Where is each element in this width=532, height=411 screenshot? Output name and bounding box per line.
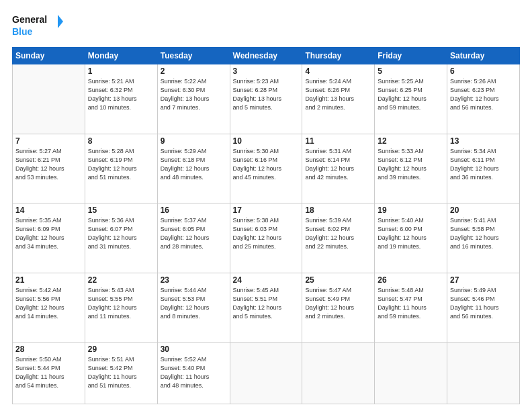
calendar-cell: 26Sunrise: 5:48 AMSunset: 5:47 PMDayligh… — [375, 273, 447, 342]
calendar-cell: 21Sunrise: 5:42 AMSunset: 5:56 PMDayligh… — [13, 273, 85, 342]
day-info: Sunrise: 5:39 AMSunset: 6:02 PMDaylight:… — [305, 216, 371, 251]
day-number: 4 — [305, 66, 371, 76]
day-info: Sunrise: 5:45 AMSunset: 5:51 PMDaylight:… — [233, 286, 300, 321]
day-number: 29 — [88, 345, 154, 354]
day-info: Sunrise: 5:37 AMSunset: 6:05 PMDaylight:… — [161, 216, 227, 251]
calendar-cell: 2Sunrise: 5:22 AMSunset: 6:30 PMDaylight… — [157, 64, 230, 134]
day-number: 1 — [88, 66, 154, 76]
day-number: 14 — [15, 205, 82, 215]
calendar-cell: 5Sunrise: 5:25 AMSunset: 6:25 PMDaylight… — [375, 64, 447, 134]
day-info: Sunrise: 5:44 AMSunset: 5:53 PMDaylight:… — [161, 286, 227, 321]
calendar-cell: 1Sunrise: 5:21 AMSunset: 6:32 PMDaylight… — [85, 64, 157, 134]
day-number: 12 — [378, 136, 444, 146]
calendar-cell: 11Sunrise: 5:31 AMSunset: 6:14 PMDayligh… — [302, 134, 375, 203]
day-info: Sunrise: 5:23 AMSunset: 6:28 PMDaylight:… — [233, 77, 300, 112]
day-info: Sunrise: 5:34 AMSunset: 6:11 PMDaylight:… — [450, 147, 517, 182]
day-header-thursday: Thursday — [302, 48, 375, 64]
day-number: 9 — [161, 136, 227, 146]
calendar-table: SundayMondayTuesdayWednesdayThursdayFrid… — [12, 47, 520, 404]
day-number: 17 — [233, 205, 300, 215]
page: General Blue SundayMondayTuesdayWednesda… — [0, 0, 532, 411]
day-number: 28 — [15, 345, 82, 354]
calendar-cell: 7Sunrise: 5:27 AMSunset: 6:21 PMDaylight… — [13, 134, 85, 203]
day-number: 18 — [305, 205, 371, 215]
day-number: 24 — [233, 275, 300, 285]
logo: General Blue — [12, 12, 66, 40]
calendar-header-row: SundayMondayTuesdayWednesdayThursdayFrid… — [13, 48, 520, 64]
calendar-cell: 30Sunrise: 5:52 AMSunset: 5:40 PMDayligh… — [157, 342, 230, 404]
day-number: 22 — [88, 275, 154, 285]
calendar-cell: 4Sunrise: 5:24 AMSunset: 6:26 PMDaylight… — [302, 64, 375, 134]
calendar-cell — [447, 342, 520, 404]
day-number: 30 — [161, 345, 227, 354]
day-number: 27 — [450, 275, 517, 285]
day-info: Sunrise: 5:29 AMSunset: 6:18 PMDaylight:… — [161, 147, 227, 182]
calendar-cell: 29Sunrise: 5:51 AMSunset: 5:42 PMDayligh… — [85, 342, 157, 404]
day-info: Sunrise: 5:41 AMSunset: 5:58 PMDaylight:… — [450, 216, 517, 251]
day-info: Sunrise: 5:47 AMSunset: 5:49 PMDaylight:… — [305, 286, 371, 321]
calendar-week-row: 7Sunrise: 5:27 AMSunset: 6:21 PMDaylight… — [13, 134, 520, 203]
day-info: Sunrise: 5:25 AMSunset: 6:25 PMDaylight:… — [378, 77, 444, 112]
day-number: 3 — [233, 66, 300, 76]
day-header-wednesday: Wednesday — [230, 48, 302, 64]
day-header-monday: Monday — [85, 48, 157, 64]
day-info: Sunrise: 5:28 AMSunset: 6:19 PMDaylight:… — [88, 147, 154, 182]
calendar-cell: 9Sunrise: 5:29 AMSunset: 6:18 PMDaylight… — [157, 134, 230, 203]
calendar-cell: 16Sunrise: 5:37 AMSunset: 6:05 PMDayligh… — [157, 203, 230, 273]
day-number: 21 — [15, 275, 82, 285]
day-number: 19 — [378, 205, 444, 215]
day-number: 7 — [15, 136, 82, 146]
day-info: Sunrise: 5:24 AMSunset: 6:26 PMDaylight:… — [305, 77, 371, 112]
day-number: 26 — [378, 275, 444, 285]
calendar-week-row: 28Sunrise: 5:50 AMSunset: 5:44 PMDayligh… — [13, 342, 520, 404]
calendar-cell: 12Sunrise: 5:33 AMSunset: 6:12 PMDayligh… — [375, 134, 447, 203]
day-info: Sunrise: 5:26 AMSunset: 6:23 PMDaylight:… — [450, 77, 517, 112]
day-info: Sunrise: 5:36 AMSunset: 6:07 PMDaylight:… — [88, 216, 154, 251]
calendar-cell — [13, 64, 85, 134]
day-info: Sunrise: 5:51 AMSunset: 5:42 PMDaylight:… — [88, 355, 154, 390]
day-info: Sunrise: 5:27 AMSunset: 6:21 PMDaylight:… — [15, 147, 82, 182]
calendar-week-row: 1Sunrise: 5:21 AMSunset: 6:32 PMDaylight… — [13, 64, 520, 134]
calendar-week-row: 21Sunrise: 5:42 AMSunset: 5:56 PMDayligh… — [13, 273, 520, 342]
day-number: 10 — [233, 136, 300, 146]
day-info: Sunrise: 5:21 AMSunset: 6:32 PMDaylight:… — [88, 77, 154, 112]
calendar-cell: 19Sunrise: 5:40 AMSunset: 6:00 PMDayligh… — [375, 203, 447, 273]
calendar-cell: 14Sunrise: 5:35 AMSunset: 6:09 PMDayligh… — [13, 203, 85, 273]
calendar-cell — [230, 342, 302, 404]
day-info: Sunrise: 5:22 AMSunset: 6:30 PMDaylight:… — [161, 77, 227, 112]
day-info: Sunrise: 5:33 AMSunset: 6:12 PMDaylight:… — [378, 147, 444, 182]
calendar-cell: 8Sunrise: 5:28 AMSunset: 6:19 PMDaylight… — [85, 134, 157, 203]
day-header-sunday: Sunday — [13, 48, 85, 64]
day-number: 20 — [450, 205, 517, 215]
header: General Blue — [12, 12, 520, 40]
day-info: Sunrise: 5:48 AMSunset: 5:47 PMDaylight:… — [378, 286, 444, 321]
day-info: Sunrise: 5:30 AMSunset: 6:16 PMDaylight:… — [233, 147, 300, 182]
day-info: Sunrise: 5:31 AMSunset: 6:14 PMDaylight:… — [305, 147, 371, 182]
calendar-cell: 17Sunrise: 5:38 AMSunset: 6:03 PMDayligh… — [230, 203, 302, 273]
calendar-cell: 28Sunrise: 5:50 AMSunset: 5:44 PMDayligh… — [13, 342, 85, 404]
calendar-cell: 23Sunrise: 5:44 AMSunset: 5:53 PMDayligh… — [157, 273, 230, 342]
day-info: Sunrise: 5:50 AMSunset: 5:44 PMDaylight:… — [15, 355, 82, 390]
day-number: 11 — [305, 136, 371, 146]
calendar-week-row: 14Sunrise: 5:35 AMSunset: 6:09 PMDayligh… — [13, 203, 520, 273]
calendar-cell — [302, 342, 375, 404]
svg-text:General: General — [12, 14, 47, 25]
calendar-cell: 25Sunrise: 5:47 AMSunset: 5:49 PMDayligh… — [302, 273, 375, 342]
day-number: 25 — [305, 275, 371, 285]
day-number: 2 — [161, 66, 227, 76]
calendar-cell: 15Sunrise: 5:36 AMSunset: 6:07 PMDayligh… — [85, 203, 157, 273]
day-number: 13 — [450, 136, 517, 146]
day-number: 16 — [161, 205, 227, 215]
calendar-cell: 3Sunrise: 5:23 AMSunset: 6:28 PMDaylight… — [230, 64, 302, 134]
calendar-cell: 13Sunrise: 5:34 AMSunset: 6:11 PMDayligh… — [447, 134, 520, 203]
day-info: Sunrise: 5:43 AMSunset: 5:55 PMDaylight:… — [88, 286, 154, 321]
day-number: 8 — [88, 136, 154, 146]
day-number: 6 — [450, 66, 517, 76]
calendar-cell: 27Sunrise: 5:49 AMSunset: 5:46 PMDayligh… — [447, 273, 520, 342]
day-number: 5 — [378, 66, 444, 76]
calendar-cell: 10Sunrise: 5:30 AMSunset: 6:16 PMDayligh… — [230, 134, 302, 203]
day-info: Sunrise: 5:35 AMSunset: 6:09 PMDaylight:… — [15, 216, 82, 251]
calendar-cell — [375, 342, 447, 404]
day-info: Sunrise: 5:42 AMSunset: 5:56 PMDaylight:… — [15, 286, 82, 321]
day-info: Sunrise: 5:49 AMSunset: 5:46 PMDaylight:… — [450, 286, 517, 321]
